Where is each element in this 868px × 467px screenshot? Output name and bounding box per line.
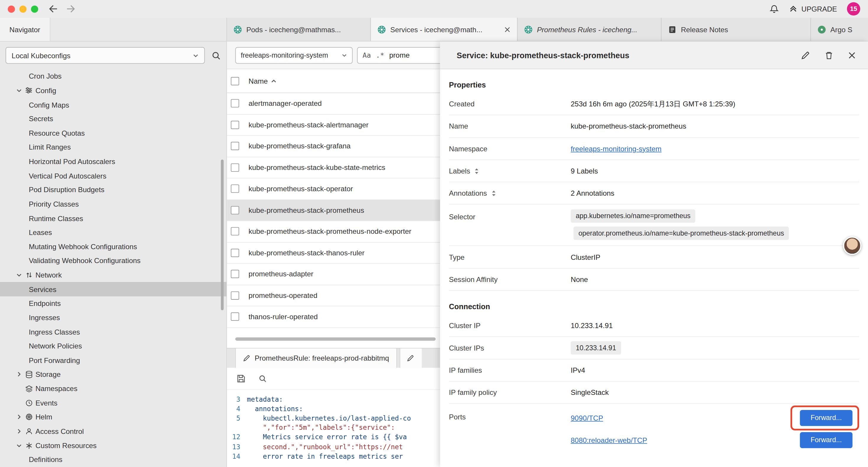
close-icon[interactable] xyxy=(848,51,856,59)
notifications-bell-icon[interactable] xyxy=(769,4,779,13)
upgrade-button[interactable]: UPGRADE xyxy=(788,4,837,13)
sidebar-item-network-policies[interactable]: Network Policies xyxy=(0,339,226,353)
sidebar-item-mutating-webhook-configurations[interactable]: Mutating Webhook Configurations xyxy=(0,240,226,254)
sidebar-item-endpoints[interactable]: Endpoints xyxy=(0,296,226,311)
tab-pods[interactable]: Pods - icecheng@mathmas... xyxy=(227,18,371,41)
column-header-name[interactable]: Name xyxy=(248,77,277,85)
sidebar-item-config[interactable]: Config xyxy=(0,83,226,97)
tab-services[interactable]: Services - icecheng@math... xyxy=(371,18,518,41)
save-icon[interactable] xyxy=(237,375,245,383)
table-row[interactable]: thanos-ruler-operated xyxy=(227,306,440,327)
row-checkbox[interactable] xyxy=(231,185,239,193)
selector-badge: app.kubernetes.io/name=prometheus xyxy=(571,209,695,223)
sidebar-item-events[interactable]: Events xyxy=(0,396,226,410)
chevron-down-icon[interactable] xyxy=(14,87,23,94)
sidebar-item-services[interactable]: Services xyxy=(0,282,226,296)
sidebar-item-definitions[interactable]: Definitions xyxy=(0,453,226,467)
back-arrow-icon[interactable] xyxy=(48,4,58,13)
sidebar-item-pod-disruption-budgets[interactable]: Pod Disruption Budgets xyxy=(0,183,226,197)
sidebar-item-validating-webhook-configurations[interactable]: Validating Webhook Configurations xyxy=(0,254,226,268)
table-row[interactable]: prometheus-adapter xyxy=(227,264,440,285)
row-checkbox[interactable] xyxy=(231,270,239,278)
minimize-window-button[interactable] xyxy=(20,5,27,12)
sidebar-item-secrets[interactable]: Secrets xyxy=(0,112,226,126)
table-row[interactable]: kube-prometheus-stack-kube-state-metrics xyxy=(227,157,440,178)
sidebar-item-priority-classes[interactable]: Priority Classes xyxy=(0,197,226,211)
sidebar-item-config-maps[interactable]: Config Maps xyxy=(0,97,226,112)
release-notes-icon xyxy=(668,25,677,33)
row-checkbox[interactable] xyxy=(231,121,239,129)
horizontal-scrollbar[interactable] xyxy=(235,337,435,341)
table-row[interactable]: kube-prometheus-stack-alertmanager xyxy=(227,114,440,136)
kubeconfig-selector[interactable]: Local Kubeconfigs xyxy=(6,47,205,63)
sidebar-item-ingresses[interactable]: Ingresses xyxy=(0,311,226,325)
sidebar-item-cron-jobs[interactable]: Cron Jobs xyxy=(0,69,226,83)
edit-button[interactable] xyxy=(801,51,810,59)
namespace-selector[interactable]: freeleaps-monitoring-system xyxy=(235,47,352,63)
sidebar-item-resource-quotas[interactable]: Resource Quotas xyxy=(0,126,226,140)
forward-arrow-icon[interactable] xyxy=(66,4,76,13)
table-row-selected[interactable]: kube-prometheus-stack-prometheus xyxy=(227,200,440,221)
sidebar-item-access-control[interactable]: Access Control xyxy=(0,424,226,438)
search-icon[interactable] xyxy=(212,51,221,60)
notification-count-badge[interactable]: 15 xyxy=(847,2,860,16)
table-row[interactable]: kube-prometheus-stack-grafana xyxy=(227,136,440,157)
search-input[interactable] xyxy=(389,51,440,59)
chevron-right-icon[interactable] xyxy=(14,372,23,378)
row-checkbox[interactable] xyxy=(231,313,239,321)
sidebar-item-runtime-classes[interactable]: Runtime Classes xyxy=(0,211,226,226)
select-all-checkbox[interactable] xyxy=(231,77,239,85)
row-checkbox[interactable] xyxy=(231,163,239,171)
sidebar-item-horizontal-pod-autoscalers[interactable]: Horizontal Pod Autoscalers xyxy=(0,154,226,169)
row-checkbox[interactable] xyxy=(231,249,239,257)
close-window-button[interactable] xyxy=(8,5,15,12)
sidebar-item-ingress-classes[interactable]: Ingress Classes xyxy=(0,325,226,339)
forward-button-8080[interactable]: Forward... xyxy=(800,432,852,448)
regex-toggle[interactable]: .* xyxy=(376,51,384,59)
table-row[interactable]: alertmanager-operated xyxy=(227,93,440,114)
row-checkbox[interactable] xyxy=(231,227,239,236)
tab-argo[interactable]: Argo S xyxy=(811,18,868,41)
chevron-down-icon[interactable] xyxy=(14,272,23,278)
maximize-window-button[interactable] xyxy=(31,5,38,12)
search-icon[interactable] xyxy=(258,375,267,383)
sidebar-item-custom-resources[interactable]: Custom Resources xyxy=(0,438,226,453)
match-case-toggle[interactable]: Aa xyxy=(363,51,371,59)
table-row[interactable]: prometheus-operated xyxy=(227,285,440,306)
table-row[interactable]: kube-prometheus-stack-operator xyxy=(227,178,440,200)
editor-tab-partial[interactable] xyxy=(399,348,422,368)
sidebar-item-namespaces[interactable]: Namespaces xyxy=(0,382,226,396)
forward-button-9090[interactable]: Forward... xyxy=(800,410,852,426)
sidebar-item-port-forwarding[interactable]: Port Forwarding xyxy=(0,353,226,368)
delete-button[interactable] xyxy=(825,51,833,59)
port-link-8080-reloader-web[interactable]: 8080:reloader-web/TCP xyxy=(571,436,647,444)
expand-updown-icon[interactable] xyxy=(491,190,496,197)
sidebar-item-network[interactable]: Network xyxy=(0,268,226,282)
annotations-count[interactable]: 2 Annotations xyxy=(571,189,615,198)
row-checkbox[interactable] xyxy=(231,142,239,150)
user-avatar[interactable] xyxy=(843,236,862,255)
chevron-right-icon[interactable] xyxy=(14,428,23,435)
close-tab-icon[interactable] xyxy=(504,26,510,32)
sidebar-scrollbar[interactable] xyxy=(221,159,224,310)
expand-updown-icon[interactable] xyxy=(474,168,479,174)
editor-tab-prometheusrule[interactable]: PrometheusRule: freeleaps-prod-rabbitmq xyxy=(235,348,397,368)
tab-prometheus-rules[interactable]: Prometheus Rules - icecheng... xyxy=(518,18,661,41)
chevron-right-icon[interactable] xyxy=(14,414,23,420)
sidebar-item-leases[interactable]: Leases xyxy=(0,226,226,240)
tab-release-notes[interactable]: Release Notes xyxy=(661,18,811,41)
sidebar-item-helm[interactable]: Helm xyxy=(0,410,226,424)
chevron-down-icon[interactable] xyxy=(14,442,23,449)
namespace-link[interactable]: freeleaps-monitoring-system xyxy=(571,145,661,153)
port-link-9090[interactable]: 9090/TCP xyxy=(571,414,603,422)
sidebar-item-vertical-pod-autoscalers[interactable]: Vertical Pod Autoscalers xyxy=(0,169,226,183)
yaml-editor[interactable]: 3metadata: 4 annotations: 5 kubectl.kube… xyxy=(227,390,440,467)
sidebar-item-storage[interactable]: Storage xyxy=(0,368,226,382)
table-row[interactable]: kube-prometheus-stack-prometheus-node-ex… xyxy=(227,221,440,242)
row-checkbox[interactable] xyxy=(231,206,239,214)
table-row[interactable]: kube-prometheus-stack-thanos-ruler xyxy=(227,242,440,264)
labels-count[interactable]: 9 Labels xyxy=(571,167,598,175)
row-checkbox[interactable] xyxy=(231,99,239,108)
sidebar-item-limit-ranges[interactable]: Limit Ranges xyxy=(0,140,226,154)
row-checkbox[interactable] xyxy=(231,291,239,299)
